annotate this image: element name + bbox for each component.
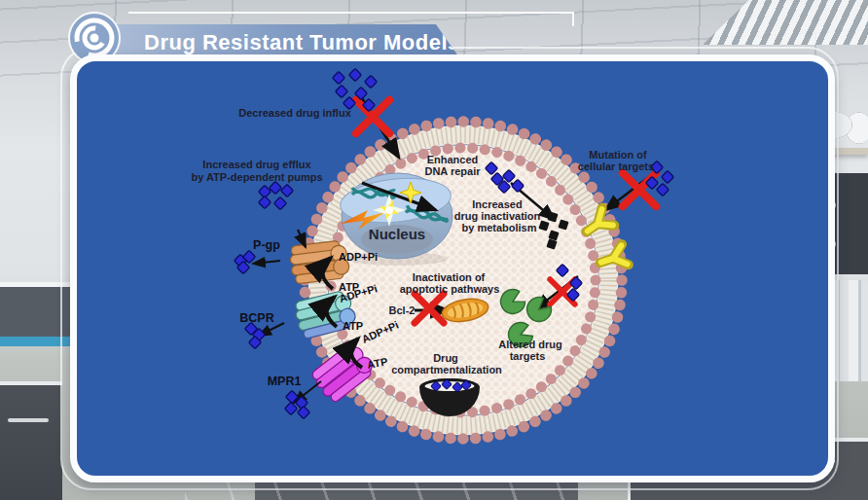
label-pump-bcpr: BCPR: [239, 311, 273, 325]
label-increased-efflux: Increased drug efflux: [202, 159, 311, 170]
label-decreased-influx: Decreased drug influx: [238, 107, 351, 119]
label-apoptosis: Inactivation of: [413, 271, 486, 283]
tumor-cell-diagram: Nucleus: [82, 66, 812, 461]
pgp-uptake-arrow: [298, 230, 306, 247]
label-altered-targets: Altered drug: [498, 339, 561, 350]
label-increased-efflux: by ATP-dependent pumps: [191, 171, 322, 183]
label-mutation: Mutation of: [589, 149, 647, 161]
label-metabolism: Increased: [472, 198, 522, 210]
label-bcl2: Bcl-2: [389, 304, 416, 316]
cabinet-left: [0, 381, 62, 500]
label-adp: ADP+Pi: [339, 251, 378, 263]
label-atp: ATP: [343, 320, 363, 332]
decor-line-top: [128, 12, 574, 14]
label-metabolism: drug inactivation: [454, 210, 541, 222]
label-metabolism: by metabolism: [461, 222, 536, 233]
label-mutation: cellular targets: [578, 161, 654, 172]
pgp-efflux-arrow: [253, 261, 280, 264]
label-apoptosis: apoptotic pathways: [400, 283, 500, 295]
nucleus-label: Nucleus: [369, 226, 425, 242]
label-compartmentalization: compartmentalization: [391, 364, 502, 375]
label-dna-repair: DNA repair: [424, 165, 481, 177]
label-compartmentalization: Drug: [433, 352, 458, 364]
label-pump-pgp: P-gp: [253, 238, 280, 252]
page-title: Drug Resistant Tumor Models: [144, 30, 460, 55]
label-dna-repair: Enhanced: [427, 154, 479, 165]
decor-line-tick: [572, 12, 574, 26]
label-pump-mpr1: MPR1: [268, 375, 302, 388]
label-altered-targets: targets: [510, 350, 546, 362]
